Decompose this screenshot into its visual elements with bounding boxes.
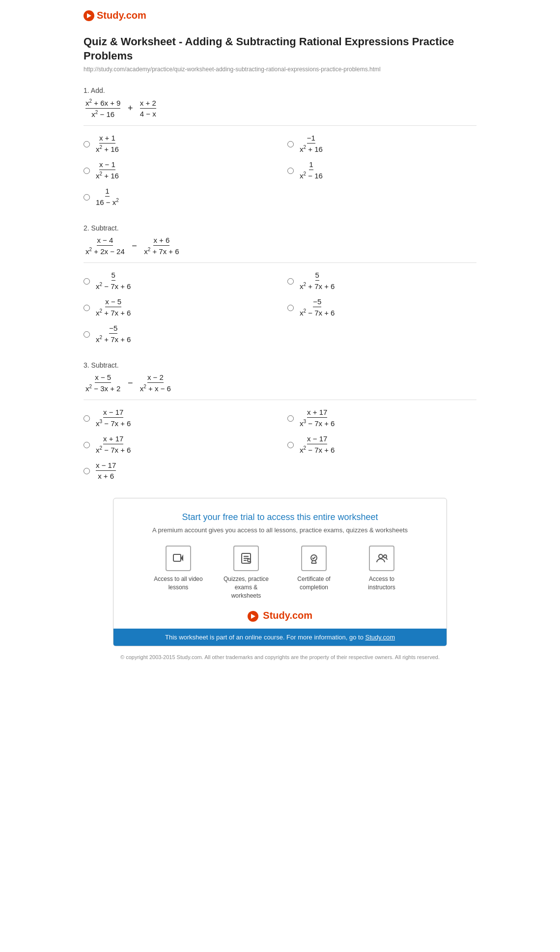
answer-2b[interactable]: 5 x2 + 7x + 6 bbox=[287, 271, 476, 290]
answer-1c[interactable]: x − 1 x2 + 16 bbox=[84, 160, 273, 180]
feature-video: Access to all video lessons bbox=[151, 546, 205, 600]
trial-logo-icon bbox=[248, 611, 258, 622]
radio-3c[interactable] bbox=[84, 442, 90, 448]
radio-1b[interactable] bbox=[287, 141, 294, 147]
frac-q2-right: x + 6 x2 + 7x + 6 bbox=[144, 236, 179, 256]
question-3: 3. Subtract. x − 5 x2 − 3x + 2 − x − 2 x… bbox=[84, 361, 476, 480]
trial-footer-link[interactable]: Study.com bbox=[365, 634, 395, 641]
answer-3b[interactable]: x + 17 x3 − 7x + 6 bbox=[287, 408, 476, 428]
copyright: © copyright 2003-2015 Study.com. All oth… bbox=[84, 653, 476, 662]
svg-rect-0 bbox=[173, 554, 181, 561]
frac-q3-left: x − 5 x2 − 3x + 2 bbox=[85, 373, 120, 393]
page-url: http://study.com/academy/practice/quiz-w… bbox=[84, 66, 476, 73]
answer-2e[interactable]: −5 x2 + 7x + 6 bbox=[84, 324, 476, 344]
feature-certificate: Certificate of completion bbox=[287, 546, 341, 600]
feature-video-label: Access to all video lessons bbox=[151, 575, 205, 592]
feature-quizzes: Quizzes, practice exams & worksheets bbox=[219, 546, 273, 600]
logo-area: Study.com bbox=[84, 10, 476, 26]
trial-logo: Study.com bbox=[128, 610, 432, 622]
instructors-icon bbox=[369, 546, 394, 571]
question-1-expression: x2 + 6x + 9 x2 − 16 + x + 2 4 − x bbox=[84, 98, 476, 126]
page-title: Quiz & Worksheet - Adding & Subtracting … bbox=[84, 35, 476, 63]
logo-icon bbox=[84, 10, 94, 21]
frac-q2-left: x − 4 x2 + 2x − 24 bbox=[85, 236, 125, 256]
answer-3e[interactable]: x − 17 x + 6 bbox=[84, 461, 476, 480]
quizzes-icon bbox=[233, 546, 259, 571]
feature-certificate-label: Certificate of completion bbox=[287, 575, 341, 592]
trial-box: Start your free trial to access this ent… bbox=[113, 498, 447, 646]
question-2: 2. Subtract. x − 4 x2 + 2x − 24 − x + 6 … bbox=[84, 224, 476, 344]
answer-3c[interactable]: x + 17 x2 − 7x + 6 bbox=[84, 434, 273, 454]
radio-3a[interactable] bbox=[84, 415, 90, 422]
svg-line-7 bbox=[250, 561, 251, 562]
logo-text: Study.com bbox=[97, 10, 146, 21]
answer-1a[interactable]: x + 1 x2 + 16 bbox=[84, 134, 273, 153]
question-2-answers: 5 x2 − 7x + 6 5 x2 + 7x + 6 x − 5 x2 + 7… bbox=[84, 271, 476, 344]
question-3-label: 3. Subtract. bbox=[84, 361, 476, 369]
answer-3a[interactable]: x − 17 x3 − 7x + 6 bbox=[84, 408, 273, 428]
trial-logo-text: Study.com bbox=[263, 610, 312, 621]
answer-1d[interactable]: 1 x2 − 16 bbox=[287, 160, 476, 180]
radio-3e[interactable] bbox=[84, 468, 90, 474]
trial-subtitle: A premium account gives you access to al… bbox=[128, 526, 432, 534]
question-2-label: 2. Subtract. bbox=[84, 224, 476, 232]
radio-1e[interactable] bbox=[84, 194, 90, 201]
radio-2d[interactable] bbox=[287, 305, 294, 311]
trial-features: Access to all video lessons Quizzes, pra… bbox=[128, 546, 432, 600]
radio-1a[interactable] bbox=[84, 141, 90, 147]
trial-footer-text: This worksheet is part of an online cour… bbox=[165, 634, 395, 641]
feature-quizzes-label: Quizzes, practice exams & worksheets bbox=[219, 575, 273, 600]
op-q2: − bbox=[132, 241, 137, 251]
trial-title: Start your free trial to access this ent… bbox=[128, 512, 432, 522]
svg-point-12 bbox=[379, 554, 383, 558]
radio-1d[interactable] bbox=[287, 168, 294, 174]
question-1: 1. Add. x2 + 6x + 9 x2 − 16 + x + 2 4 − … bbox=[84, 87, 476, 206]
question-3-answers: x − 17 x3 − 7x + 6 x + 17 x3 − 7x + 6 x … bbox=[84, 408, 476, 480]
answer-1e[interactable]: 1 16 − x2 bbox=[84, 187, 476, 206]
feature-instructors-label: Access to instructors bbox=[355, 575, 409, 592]
answer-2d[interactable]: −5 x2 − 7x + 6 bbox=[287, 297, 476, 317]
op-q1: + bbox=[128, 103, 133, 114]
op-q3: − bbox=[128, 378, 133, 388]
question-3-expression: x − 5 x2 − 3x + 2 − x − 2 x2 + x − 6 bbox=[84, 373, 476, 400]
radio-2c[interactable] bbox=[84, 305, 90, 311]
frac-q1-right: x + 2 4 − x bbox=[140, 99, 156, 118]
question-1-answers: x + 1 x2 + 16 −1 x2 + 16 x − 1 x2 + 16 bbox=[84, 134, 476, 206]
radio-2b[interactable] bbox=[287, 278, 294, 285]
trial-footer: This worksheet is part of an online cour… bbox=[113, 629, 447, 646]
radio-2a[interactable] bbox=[84, 278, 90, 285]
feature-instructors: Access to instructors bbox=[355, 546, 409, 600]
radio-1c[interactable] bbox=[84, 168, 90, 174]
certificate-icon bbox=[301, 546, 327, 571]
radio-3d[interactable] bbox=[287, 442, 294, 448]
answer-2a[interactable]: 5 x2 − 7x + 6 bbox=[84, 271, 273, 290]
answer-2c[interactable]: x − 5 x2 + 7x + 6 bbox=[84, 297, 273, 317]
radio-3b[interactable] bbox=[287, 415, 294, 422]
frac-q1-left: x2 + 6x + 9 x2 − 16 bbox=[85, 98, 120, 118]
radio-2e[interactable] bbox=[84, 331, 90, 338]
answer-1b[interactable]: −1 x2 + 16 bbox=[287, 134, 476, 153]
answer-3d[interactable]: x − 17 x2 − 7x + 6 bbox=[287, 434, 476, 454]
question-1-label: 1. Add. bbox=[84, 87, 476, 94]
question-2-expression: x − 4 x2 + 2x − 24 − x + 6 x2 + 7x + 6 bbox=[84, 236, 476, 263]
video-icon bbox=[166, 546, 191, 571]
frac-q3-right: x − 2 x2 + x − 6 bbox=[140, 373, 171, 393]
